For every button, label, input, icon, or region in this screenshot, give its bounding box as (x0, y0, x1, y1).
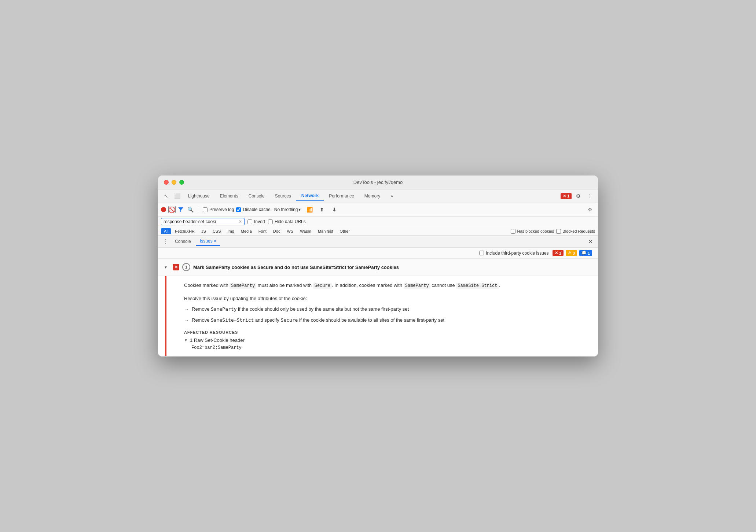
issue-count-circle: 1 (182, 263, 190, 271)
devtools-window: DevTools - jec.fyi/demo ↖ ⬜ Lighthouse E… (158, 176, 598, 356)
type-btn-media[interactable]: Media (238, 228, 255, 234)
filter-input[interactable] (164, 219, 237, 224)
type-filter-right: Has blocked cookies Blocked Requests (511, 229, 595, 234)
cursor-icon[interactable]: ↖ (161, 191, 171, 201)
type-btn-font[interactable]: Font (256, 228, 269, 234)
tab-elements[interactable]: Elements (215, 191, 243, 201)
filter-icon[interactable] (178, 207, 184, 213)
blocked-requests-checkbox[interactable] (556, 229, 561, 234)
issue-header[interactable]: ▼ ✕ 1 Mark SameParty cookies as Secure a… (158, 259, 598, 276)
filter-clear-button[interactable]: ✕ (238, 219, 242, 224)
bullet2-code: SameSite=Strict (211, 317, 254, 323)
network-settings-icon[interactable]: ⚙ (585, 204, 595, 215)
issue-counts: ✕ 1 ⚠ 0 💬 1 (553, 250, 592, 256)
resource-value: Foo2=bar2;SameParty (184, 345, 589, 350)
desc-code2: Secure (313, 283, 332, 289)
type-btn-css[interactable]: CSS (210, 228, 224, 234)
desc-code4: SameSite=Strict (456, 283, 499, 289)
resource-label: 1 Raw Set-Cookie header (190, 337, 245, 343)
has-blocked-cookies-checkbox[interactable] (511, 229, 515, 234)
disable-cache-checkbox[interactable] (236, 207, 241, 212)
more-options-icon[interactable]: ⋮ (585, 191, 595, 201)
tab-performance[interactable]: Performance (324, 191, 359, 201)
invert-label[interactable]: Invert (247, 219, 265, 224)
blocked-requests-label[interactable]: Blocked Requests (556, 229, 595, 234)
main-tab-bar: Lighthouse Elements Console Sources Netw… (183, 191, 560, 201)
error-count: 1 (567, 194, 569, 198)
issue-expand-chevron[interactable]: ▼ (164, 265, 170, 269)
issue-resolve-text: Resolve this issue by updating the attri… (184, 296, 589, 301)
title-bar: DevTools - jec.fyi/demo (158, 176, 598, 189)
throttle-select[interactable]: No throttling ▾ (273, 206, 302, 213)
has-blocked-cookies-label[interactable]: Has blocked cookies (511, 229, 554, 234)
disable-cache-text: Disable cache (243, 207, 270, 212)
tab-network[interactable]: Network (296, 191, 324, 201)
error-count-num: 1 (559, 251, 561, 255)
export-icon[interactable]: ⬇ (329, 204, 340, 215)
window-title: DevTools - jec.fyi/demo (353, 180, 403, 185)
minimize-button[interactable] (172, 180, 176, 185)
type-btn-ws[interactable]: WS (284, 228, 296, 234)
error-x-icon: ✕ (563, 194, 566, 199)
bullet1-content: Remove SameParty if the cookie should on… (192, 306, 409, 313)
error-badge[interactable]: ✕ 1 (561, 193, 572, 199)
drawer-tab-console[interactable]: Console (171, 237, 195, 245)
include-third-party-label[interactable]: Include third-party cookie issues (479, 251, 548, 256)
warn-icon: ⚠ (568, 251, 572, 255)
drawer-tab-issues[interactable]: Issues × (196, 237, 220, 246)
info-count-num: 1 (588, 251, 590, 255)
type-btn-doc[interactable]: Doc (270, 228, 283, 234)
type-btn-manifest[interactable]: Manifest (315, 228, 336, 234)
affected-label: AFFECTED RESOURCES (184, 330, 589, 335)
issues-header-bar: Include third-party cookie issues ✕ 1 ⚠ … (158, 248, 598, 259)
resource-item[interactable]: ▼ 1 Raw Set-Cookie header (184, 337, 589, 343)
type-btn-img[interactable]: Img (225, 228, 237, 234)
issue-group: ▼ ✕ 1 Mark SameParty cookies as Secure a… (158, 259, 598, 356)
tab-lighthouse[interactable]: Lighthouse (183, 191, 215, 201)
include-third-party-text: Include third-party cookie issues (486, 251, 548, 256)
affected-resources: AFFECTED RESOURCES ▼ 1 Raw Set-Cookie he… (184, 330, 589, 350)
hide-data-urls-checkbox[interactable] (268, 219, 273, 224)
wifi-icon[interactable]: 📶 (304, 204, 315, 215)
type-btn-fetch[interactable]: Fetch/XHR (172, 228, 198, 234)
traffic-lights (164, 180, 184, 185)
drawer-close-button[interactable]: ✕ (586, 237, 595, 246)
device-toolbar-icon[interactable]: ⬜ (172, 191, 182, 201)
blocked-requests-text: Blocked Requests (562, 229, 595, 233)
tab-more[interactable]: » (385, 191, 398, 201)
type-btn-js[interactable]: JS (198, 228, 209, 234)
throttle-text: No throttling (274, 207, 298, 212)
error-x-small: ✕ (555, 251, 558, 255)
bullet-arrow-1: → (184, 306, 189, 313)
close-button[interactable] (164, 180, 169, 185)
issue-bullet-1: → Remove SameParty if the cookie should … (184, 306, 589, 313)
info-icon: 💬 (581, 251, 587, 255)
clear-button[interactable]: 🚫 (168, 206, 176, 213)
desc-text3: . In addition, cookies marked with (332, 282, 404, 288)
disable-cache-label[interactable]: Disable cache (236, 207, 270, 212)
type-btn-all[interactable]: All (161, 228, 171, 234)
record-button[interactable] (161, 207, 166, 212)
type-btn-wasm[interactable]: Wasm (297, 228, 314, 234)
bullet1-pre: Remove (192, 306, 211, 312)
tab-sources[interactable]: Sources (270, 191, 296, 201)
network-toolbar: 🚫 🔍 Preserve log Disable cache No thrott… (158, 203, 598, 217)
import-icon[interactable]: ⬆ (317, 204, 327, 215)
preserve-log-text: Preserve log (209, 207, 234, 212)
invert-checkbox[interactable] (247, 219, 252, 224)
drawer-more-icon[interactable]: ⋮ (161, 238, 170, 245)
bullet2-pre: Remove (192, 317, 211, 323)
preserve-log-checkbox[interactable] (203, 207, 208, 212)
include-third-party-checkbox[interactable] (479, 251, 484, 255)
svg-marker-0 (178, 207, 183, 212)
tab-console[interactable]: Console (243, 191, 270, 201)
bullet1-code: SameParty (211, 306, 236, 312)
search-icon[interactable]: 🔍 (186, 206, 195, 213)
preserve-log-label[interactable]: Preserve log (203, 207, 234, 212)
tab-memory[interactable]: Memory (359, 191, 385, 201)
settings-icon[interactable]: ⚙ (573, 191, 583, 201)
type-btn-other[interactable]: Other (337, 228, 353, 234)
hide-data-urls-label[interactable]: Hide data URLs (268, 219, 306, 224)
maximize-button[interactable] (179, 180, 184, 185)
desc-code1: SameParty (230, 283, 256, 289)
